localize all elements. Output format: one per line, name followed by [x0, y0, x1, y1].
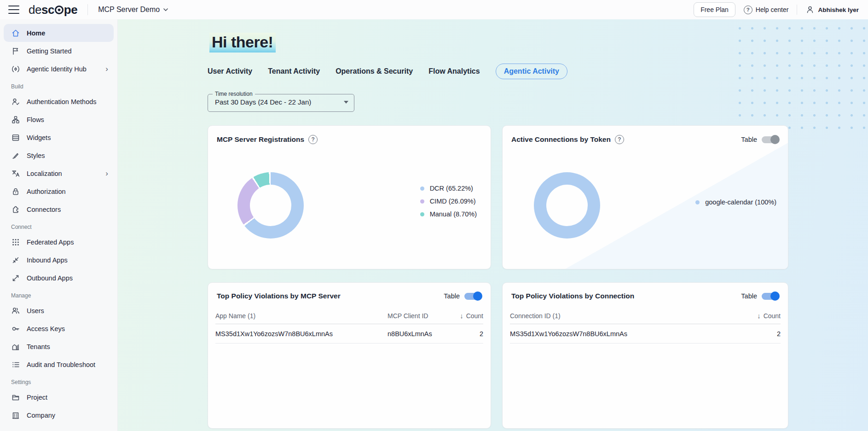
project-switcher[interactable]: MCP Server Demo	[98, 6, 168, 14]
column-header-count[interactable]: ↓Count	[439, 312, 483, 320]
cell-app-name: MS35d1Xw1Yo6zozsW7n8BU6xLmnAs	[215, 330, 388, 338]
select-caret-icon	[344, 101, 348, 104]
help-center-label: Help center	[756, 6, 789, 13]
arrows-inbound-icon	[11, 256, 20, 265]
table-toggle-label: Table	[444, 292, 460, 300]
sidebar-item-label: Company	[27, 412, 55, 419]
cell-connection-id: MS35d1Xw1Yo6zozsW7n8BU6xLmnAs	[510, 330, 730, 338]
flow-icon	[11, 115, 20, 124]
card-title: MCP Server Registrations	[217, 135, 304, 144]
sidebar-item-connectors[interactable]: Connectors	[4, 200, 114, 218]
menu-icon[interactable]	[8, 6, 19, 14]
card-title: Top Policy Violations by MCP Server	[217, 292, 341, 300]
table-toggle[interactable]	[464, 293, 481, 300]
audit-list-icon	[11, 360, 20, 369]
user-name: Abhishek Iyer	[818, 6, 859, 13]
sidebar-item-company[interactable]: Company	[4, 406, 114, 424]
sidebar-item-label: Connectors	[27, 206, 61, 213]
puzzle-icon	[11, 205, 20, 214]
table-toggle-label: Table	[741, 136, 757, 143]
table-toggle[interactable]	[762, 293, 779, 300]
column-header-connection-id[interactable]: Connection ID (1)	[510, 312, 730, 320]
tab-operations-security[interactable]: Operations & Security	[336, 64, 413, 79]
time-resolution-label: Time resolution	[213, 91, 255, 97]
sidebar-item-access-keys[interactable]: Access Keys	[4, 320, 114, 338]
sidebar-item-flows[interactable]: Flows	[4, 111, 114, 128]
tab-agentic-activity[interactable]: Agentic Activity	[496, 64, 567, 79]
free-plan-button[interactable]: Free Plan	[694, 2, 735, 17]
card-active-connections-by-token: Active Connections by Token ? Table goog…	[502, 125, 788, 269]
sidebar-item-authorization[interactable]: Authorization	[4, 182, 114, 200]
cell-count: 2	[730, 330, 781, 338]
topbar-right: Free Plan ? Help center Abhishek Iyer	[694, 2, 861, 17]
agentic-hub-icon	[11, 64, 20, 74]
chart-legend: google-calendar (100%)	[695, 198, 776, 206]
sidebar-item-users[interactable]: Users	[4, 302, 114, 320]
section-label-build: Build	[0, 78, 117, 93]
sidebar: Home Getting Started Agentic Identity Hu…	[0, 19, 118, 431]
registrations-donut-chart	[237, 172, 304, 239]
card-title: Active Connections by Token	[511, 135, 611, 144]
column-header-app-name[interactable]: App Name (1)	[215, 312, 388, 320]
table-row[interactable]: MS35d1Xw1Yo6zozsW7n8BU6xLmnAs 2	[510, 324, 781, 344]
chevron-right-icon: ›	[105, 65, 108, 73]
sidebar-item-widgets[interactable]: Widgets	[4, 128, 114, 146]
column-header-mcp-client-id[interactable]: MCP Client ID	[388, 312, 439, 320]
violations-table: App Name (1) MCP Client ID ↓Count MS35d1…	[208, 308, 491, 344]
sidebar-item-styles[interactable]: Styles	[4, 146, 114, 164]
table-header-row: App Name (1) MCP Client ID ↓Count	[215, 308, 483, 324]
legend-item-manual: Manual (8.70%)	[420, 210, 477, 218]
sidebar-item-home[interactable]: Home	[4, 24, 114, 42]
sidebar-item-audit-and-troubleshoot[interactable]: Audit and Troubleshoot	[4, 355, 114, 373]
help-icon[interactable]: ?	[308, 135, 318, 144]
sidebar-item-agentic-identity-hub[interactable]: Agentic Identity Hub ›	[4, 60, 114, 78]
legend-dot	[420, 212, 424, 216]
descope-logo[interactable]: descpe	[29, 3, 77, 17]
sidebar-item-label: Users	[27, 307, 44, 315]
sidebar-item-authentication-methods[interactable]: Authentication Methods	[4, 93, 114, 111]
legend-dot	[695, 200, 700, 204]
page-title: Hi there!	[209, 33, 276, 52]
sidebar-item-federated-apps[interactable]: Federated Apps	[4, 233, 114, 251]
card-title: Top Policy Violations by Connection	[511, 292, 634, 300]
help-icon[interactable]: ?	[615, 135, 624, 144]
legend-dot	[420, 186, 424, 191]
sort-desc-icon: ↓	[460, 312, 463, 320]
tab-tenant-activity[interactable]: Tenant Activity	[268, 64, 320, 79]
sidebar-item-tenants[interactable]: Tenants	[4, 338, 114, 355]
building-icon	[11, 411, 20, 420]
sidebar-item-label: Styles	[27, 152, 45, 159]
sidebar-item-label: Localization	[27, 170, 62, 177]
legend-label: CIMD (26.09%)	[430, 198, 476, 205]
time-resolution-select[interactable]: Time resolution Past 30 Days (24 Dec - 2…	[208, 91, 354, 112]
sidebar-item-project[interactable]: Project	[4, 388, 114, 406]
legend-item-dcr: DCR (65.22%)	[420, 185, 477, 192]
sidebar-item-localization[interactable]: Localization ›	[4, 164, 114, 182]
sidebar-item-outbound-apps[interactable]: Outbound Apps	[4, 269, 114, 287]
home-icon	[11, 29, 20, 38]
tab-flow-analytics[interactable]: Flow Analytics	[428, 64, 480, 79]
sidebar-item-label: Agentic Identity Hub	[27, 65, 87, 73]
user-check-icon	[11, 97, 20, 106]
table-toggle[interactable]	[762, 136, 779, 143]
sidebar-item-inbound-apps[interactable]: Inbound Apps	[4, 251, 114, 269]
sidebar-item-label: Access Keys	[27, 325, 65, 332]
user-menu[interactable]: Abhishek Iyer	[805, 5, 861, 14]
sidebar-item-label: Audit and Troubleshoot	[27, 361, 95, 368]
sidebar-item-label: Inbound Apps	[27, 256, 68, 264]
legend-label: google-calendar (100%)	[705, 198, 776, 206]
column-header-count[interactable]: ↓Count	[730, 312, 781, 320]
sidebar-item-getting-started[interactable]: Getting Started	[4, 42, 114, 60]
violations-table: Connection ID (1) ↓Count MS35d1Xw1Yo6zoz…	[503, 308, 788, 344]
table-row[interactable]: MS35d1Xw1Yo6zozsW7n8BU6xLmnAs n8BU6xLmnA…	[215, 324, 483, 344]
user-icon	[805, 5, 815, 14]
top-bar: descpe MCP Server Demo Free Plan ? Help …	[0, 0, 868, 19]
table-toggle-label: Table	[741, 292, 757, 300]
tab-user-activity[interactable]: User Activity	[208, 64, 252, 79]
table-header-row: Connection ID (1) ↓Count	[510, 308, 781, 324]
time-resolution-value: Past 30 Days (24 Dec - 22 Jan)	[215, 98, 311, 106]
chart-legend: DCR (65.22%) CIMD (26.09%) Manual (8.70%…	[420, 185, 477, 218]
help-center-link[interactable]: ? Help center	[744, 6, 789, 14]
arrow-outbound-icon	[11, 274, 20, 283]
sidebar-item-label: Project	[27, 394, 47, 401]
